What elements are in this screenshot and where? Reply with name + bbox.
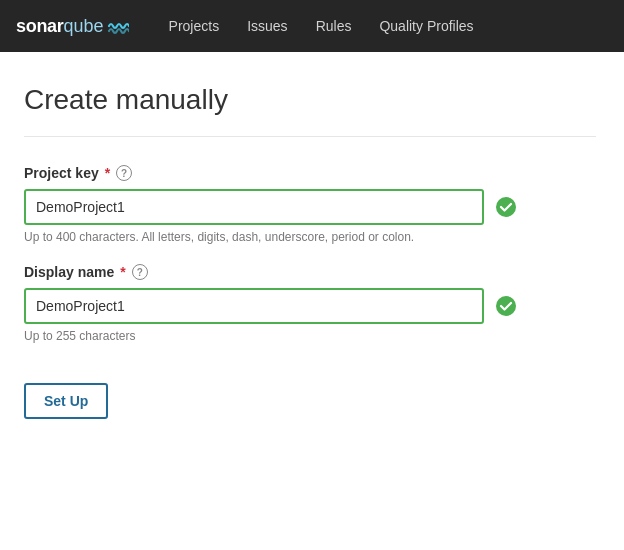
svg-point-1	[496, 296, 516, 316]
logo-waves-icon	[107, 16, 129, 36]
svg-point-0	[496, 197, 516, 217]
main-content: Create manually Project key* ? Up to 400…	[0, 52, 620, 443]
top-nav: sonarqube Projects Issues Rules Quality …	[0, 0, 624, 52]
checkmark-circle-icon	[495, 196, 517, 218]
project-key-required: *	[105, 165, 110, 181]
display-name-required: *	[120, 264, 125, 280]
project-key-input[interactable]	[24, 189, 484, 225]
display-name-label: Display name* ?	[24, 264, 596, 280]
project-key-help-icon[interactable]: ?	[116, 165, 132, 181]
setup-button[interactable]: Set Up	[24, 383, 108, 419]
logo: sonarqube	[16, 16, 129, 37]
display-name-input[interactable]	[24, 288, 484, 324]
project-key-valid-icon	[494, 195, 518, 219]
divider	[24, 136, 596, 137]
display-name-hint: Up to 255 characters	[24, 329, 596, 343]
project-key-label: Project key* ?	[24, 165, 596, 181]
project-key-group: Project key* ? Up to 400 characters. All…	[24, 165, 596, 244]
nav-link-issues[interactable]: Issues	[235, 12, 299, 40]
display-name-input-row	[24, 288, 596, 324]
logo-sonar-text: sonar	[16, 16, 64, 37]
project-key-input-row	[24, 189, 596, 225]
display-name-label-text: Display name	[24, 264, 114, 280]
nav-links: Projects Issues Rules Quality Profiles	[157, 12, 486, 40]
checkmark-circle-icon-2	[495, 295, 517, 317]
nav-link-quality-profiles[interactable]: Quality Profiles	[367, 12, 485, 40]
logo-qube-text: qube	[64, 16, 104, 37]
display-name-valid-icon	[494, 294, 518, 318]
project-key-hint: Up to 400 characters. All letters, digit…	[24, 230, 596, 244]
page-title: Create manually	[24, 84, 596, 116]
display-name-help-icon[interactable]: ?	[132, 264, 148, 280]
nav-link-projects[interactable]: Projects	[157, 12, 232, 40]
display-name-group: Display name* ? Up to 255 characters	[24, 264, 596, 343]
nav-link-rules[interactable]: Rules	[304, 12, 364, 40]
project-key-label-text: Project key	[24, 165, 99, 181]
